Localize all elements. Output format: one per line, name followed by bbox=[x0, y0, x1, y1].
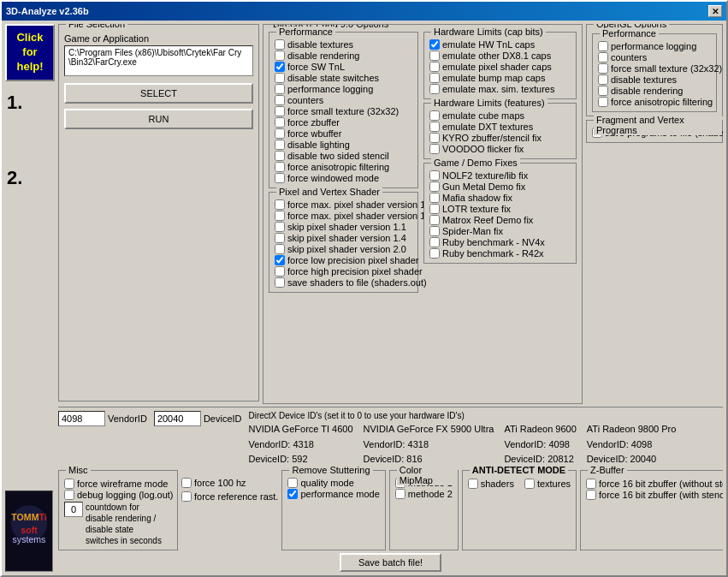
ogl-perf-check-0[interactable] bbox=[598, 41, 608, 51]
perf-check-1[interactable] bbox=[275, 51, 285, 61]
pv-check-4[interactable] bbox=[275, 244, 285, 254]
run-button[interactable]: RUN bbox=[64, 109, 253, 129]
misc-item-1: debug logging (log.out) bbox=[64, 490, 174, 500]
misc-label-1: debug logging (log.out) bbox=[77, 490, 174, 500]
perf-check-12[interactable] bbox=[275, 173, 285, 183]
perf-check-0[interactable] bbox=[275, 39, 285, 50]
anti-label-1: textures bbox=[537, 479, 571, 489]
hw-feat-label-3: VOODOO flicker fix bbox=[442, 144, 524, 154]
stutter-check-1[interactable] bbox=[287, 489, 298, 499]
perf-check-9[interactable] bbox=[275, 140, 285, 150]
save-batch-button[interactable]: Save batch file! bbox=[340, 553, 441, 572]
hw-feat-check-0[interactable] bbox=[429, 110, 440, 121]
perf-check-4[interactable] bbox=[275, 84, 285, 94]
ogl-perf-check-5[interactable] bbox=[598, 97, 608, 107]
perf-check-8[interactable] bbox=[275, 128, 285, 139]
pv-item-1: force max. pixel shader version 1.4 bbox=[275, 211, 412, 221]
hw-feat-check-1[interactable] bbox=[429, 122, 440, 132]
game-check-1[interactable] bbox=[429, 181, 440, 192]
misc-check-0[interactable] bbox=[64, 479, 74, 489]
game-check-6[interactable] bbox=[429, 237, 440, 247]
hw-cap-check-1[interactable] bbox=[429, 51, 440, 61]
pv-check-1[interactable] bbox=[275, 211, 285, 221]
vendor-id-input[interactable] bbox=[58, 411, 105, 426]
top-section: File Selection Game or Application C:\Pr… bbox=[58, 24, 723, 404]
game-check-4[interactable] bbox=[429, 215, 440, 225]
game-check-3[interactable] bbox=[429, 204, 440, 214]
zb-check-1[interactable] bbox=[586, 490, 596, 500]
preset-3: ATi Radeon 9800 Pro VendorID: 4098 Devic… bbox=[587, 422, 677, 467]
ogl-perf-check-1[interactable] bbox=[598, 52, 608, 62]
ogl-perf-label-4: disable rendering bbox=[611, 86, 683, 96]
mipmap-check-1[interactable] bbox=[395, 489, 405, 499]
stutter-check-0[interactable] bbox=[287, 478, 298, 488]
hw-feat-check-2[interactable] bbox=[429, 133, 440, 143]
pv-item-7: save shaders to file (shaders.out) bbox=[275, 277, 412, 288]
ogl-perf-check-4[interactable] bbox=[598, 86, 608, 96]
countdown-input[interactable] bbox=[64, 502, 83, 517]
perf-check-10[interactable] bbox=[275, 151, 285, 161]
game-check-7[interactable] bbox=[429, 248, 440, 259]
ogl-perf-0: performance logging bbox=[598, 41, 711, 51]
save-batch-row: Save batch file! bbox=[58, 553, 723, 572]
select-button[interactable]: SELECT bbox=[64, 83, 253, 104]
perf-check-2[interactable] bbox=[275, 62, 285, 72]
perf-label-9: disable lighting bbox=[287, 140, 350, 150]
ogl-perf-label-2: force small texture (32x32) bbox=[611, 63, 722, 74]
device-id-input[interactable] bbox=[154, 411, 201, 426]
perf-item-2: force SW TnL bbox=[275, 62, 412, 72]
perf-check-6[interactable] bbox=[275, 106, 285, 116]
anti-check-0[interactable] bbox=[468, 479, 478, 489]
pv-label-3: skip pixel shader version 1.4 bbox=[287, 233, 406, 243]
svg-text:soft: soft bbox=[21, 525, 38, 535]
hw-cap-check-2[interactable] bbox=[429, 62, 440, 72]
anti-check-1[interactable] bbox=[524, 479, 535, 489]
pv-check-2[interactable] bbox=[275, 222, 285, 232]
device-id-group: DeviceID bbox=[154, 411, 242, 426]
misc-check-1[interactable] bbox=[64, 490, 74, 500]
perf-check-3[interactable] bbox=[275, 73, 285, 83]
pv-check-7[interactable] bbox=[275, 277, 285, 288]
hw-cap-check-3[interactable] bbox=[429, 73, 440, 83]
perf-check-7[interactable] bbox=[275, 117, 285, 128]
opengl-perf-title: Performance bbox=[600, 28, 659, 39]
game-check-5[interactable] bbox=[429, 226, 440, 236]
pv-check-3[interactable] bbox=[275, 233, 285, 243]
misc-check-2[interactable] bbox=[181, 478, 192, 488]
pv-check-6[interactable] bbox=[275, 266, 285, 277]
perf-check-5[interactable] bbox=[275, 95, 285, 105]
pv-check-5[interactable] bbox=[275, 255, 285, 265]
ogl-perf-check-2[interactable] bbox=[598, 63, 608, 74]
pv-check-0[interactable] bbox=[275, 199, 285, 210]
close-button[interactable]: ✕ bbox=[708, 5, 722, 17]
perf-item-12: force windowed mode bbox=[275, 173, 412, 183]
game-check-2[interactable] bbox=[429, 193, 440, 203]
ogl-perf-check-3[interactable] bbox=[598, 74, 608, 85]
remove-stuttering-group: Remove Stuttering quality mode performan… bbox=[281, 470, 385, 550]
hw-feat-check-3[interactable] bbox=[429, 144, 440, 154]
preset-1-name: NVIDIA GeForce FX 5900 Ultra bbox=[364, 422, 494, 437]
performance-items: disable textures disable rendering force… bbox=[275, 39, 412, 183]
anti-detect-title: ANTI-DETECT MODE bbox=[470, 465, 568, 475]
perf-item-4: performance logging bbox=[275, 84, 412, 94]
click-help-button[interactable]: Click for help! bbox=[5, 24, 55, 81]
anti-label-0: shaders bbox=[481, 479, 514, 489]
performance-group-title: Performance bbox=[276, 27, 335, 37]
perf-item-11: force anisotropic filtering bbox=[275, 162, 412, 172]
hw-cap-check-4[interactable] bbox=[429, 84, 440, 94]
hw-cap-check-0[interactable] bbox=[429, 39, 440, 50]
hw-feat-label-0: emulate cube maps bbox=[442, 110, 524, 121]
zbuffer-left: force 16 bit zbuffer (without stencil) f… bbox=[586, 478, 723, 501]
game-demo-group: Game / Demo Fixes NOLF2 texture/lib fix … bbox=[423, 163, 577, 264]
hw-feat-2: KYRO zbuffer/stencil fix bbox=[429, 133, 571, 143]
zb-check-0[interactable] bbox=[586, 479, 596, 489]
misc-check-3[interactable] bbox=[181, 491, 192, 502]
game-label-5: Spider-Man fix bbox=[442, 226, 503, 236]
game-check-0[interactable] bbox=[429, 170, 440, 181]
pixel-vertex-group: Pixel and Vertex Shader force max. pixel… bbox=[269, 192, 418, 293]
ogl-perf-2: force small texture (32x32) bbox=[598, 63, 711, 74]
game-app-area: Game or Application C:\Program Files (x8… bbox=[64, 33, 253, 76]
perf-label-6: force small texture (32x32) bbox=[287, 106, 399, 116]
perf-check-11[interactable] bbox=[275, 162, 285, 172]
file-selection-group: File Selection Game or Application C:\Pr… bbox=[58, 24, 259, 402]
